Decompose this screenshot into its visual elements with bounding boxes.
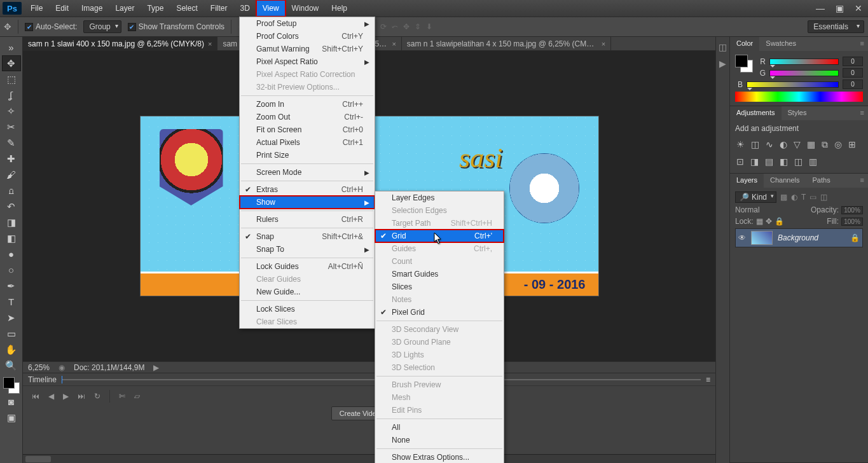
panel-menu-icon[interactable]: ≡ [857, 106, 868, 120]
heal-tool[interactable]: ✚ [2, 151, 21, 167]
g-slider[interactable] [769, 70, 839, 76]
visibility-icon[interactable]: 👁 [738, 233, 746, 242]
close-icon[interactable]: × [392, 40, 396, 48]
close-icon[interactable]: × [602, 40, 605, 48]
tab-styles[interactable]: Styles [782, 106, 813, 120]
posterize-icon[interactable]: ▤ [765, 156, 773, 167]
auto-select-checkbox[interactable]: ✔Auto-Select: [25, 22, 77, 31]
zoom-level[interactable]: 6,25% [28, 363, 50, 372]
mi-actual[interactable]: Actual PixelsCtrl+1 [240, 136, 375, 149]
maximize-button[interactable]: ▣ [830, 0, 849, 17]
mi-fit[interactable]: Fit on ScreenCtrl+0 [240, 123, 375, 136]
move-tool[interactable]: ✥ [2, 55, 21, 71]
menu-window[interactable]: Window [286, 0, 326, 17]
mi-none[interactable]: None [375, 434, 504, 446]
mi-extras[interactable]: ✔ExtrasCtrl+H [240, 183, 375, 196]
panel-menu-icon[interactable]: ≡ [857, 174, 868, 188]
loop-icon[interactable]: ↻ [94, 392, 100, 401]
fill-input[interactable] [841, 218, 863, 226]
mi-all[interactable]: All [375, 421, 504, 434]
filter-smart-icon[interactable]: ◫ [820, 193, 827, 202]
mi-show[interactable]: Show▶ [240, 196, 375, 209]
mi-print-size[interactable]: Print Size [240, 149, 375, 162]
menu-3d[interactable]: 3D [233, 0, 256, 17]
eraser-tool[interactable]: ◨ [2, 214, 21, 230]
status-arrow-icon[interactable]: ▶ [153, 363, 159, 372]
minimize-button[interactable]: — [811, 0, 830, 17]
close-button[interactable]: ✕ [849, 0, 868, 17]
mi-layer-edges[interactable]: Layer Edges [375, 191, 504, 204]
mi-snap-to[interactable]: Snap To▶ [240, 243, 375, 256]
filter-shape-icon[interactable]: ▭ [809, 193, 816, 202]
dodge-tool[interactable]: ○ [2, 262, 21, 278]
show-transform-checkbox[interactable]: ✔Show Transform Controls [128, 22, 224, 31]
color-panel-swatch[interactable] [735, 55, 753, 73]
adjustment-icons[interactable]: ☀◫∿◐▽ ▦⧉◎⊞⊡ ◨▤◧◫▥ [735, 137, 863, 169]
marquee-tool[interactable]: ⬚ [2, 71, 21, 87]
workspace-select[interactable]: Essentials [808, 20, 864, 33]
timeline-menu-icon[interactable]: ≡ [706, 375, 710, 384]
expand-toolbox-icon[interactable]: » [2, 39, 21, 55]
filter-adj-icon[interactable]: ◐ [791, 193, 797, 202]
mi-grid[interactable]: ✔GridCtrl+' [375, 230, 504, 242]
history-brush-tool[interactable]: ↶ [2, 198, 21, 214]
mi-screen-mode[interactable]: Screen Mode▶ [240, 166, 375, 179]
mi-smart-guides[interactable]: Smart Guides [375, 268, 504, 280]
color-spectrum[interactable] [735, 92, 863, 102]
mi-lock-slices[interactable]: Lock Slices [240, 303, 375, 315]
invert-icon[interactable]: ◨ [750, 156, 759, 167]
pen-tool[interactable]: ✒ [2, 278, 21, 294]
lock-position-icon[interactable]: ✥ [766, 217, 772, 226]
shape-tool[interactable]: ▭ [2, 326, 21, 342]
tab-adjustments[interactable]: Adjustments [730, 106, 782, 120]
vibrance-icon[interactable]: ▽ [794, 139, 801, 150]
map-icon[interactable]: ◫ [794, 156, 803, 167]
r-slider[interactable] [769, 59, 839, 65]
tab-swatches[interactable]: Swatches [759, 37, 803, 51]
hand-tool[interactable]: ✋ [2, 342, 21, 357]
wand-tool[interactable]: ✧ [2, 103, 21, 119]
mixer-icon[interactable]: ⊞ [848, 139, 856, 150]
auto-select-mode[interactable]: Group [83, 20, 121, 33]
b-slider[interactable] [747, 81, 839, 88]
path-select-tool[interactable]: ➤ [2, 310, 21, 326]
history-panel-icon[interactable]: ◫ [719, 42, 727, 52]
tab-layers[interactable]: Layers [730, 174, 764, 188]
mi-proof-setup[interactable]: Proof Setup▶ [240, 17, 375, 30]
mi-gamut[interactable]: Gamut WarningShift+Ctrl+Y [240, 43, 375, 55]
lock-pixels-icon[interactable]: ▦ [756, 217, 763, 226]
levels-icon[interactable]: ◫ [751, 139, 759, 150]
panel-menu-icon[interactable]: ≡ [857, 37, 868, 51]
menu-type[interactable]: Type [141, 0, 170, 17]
close-icon[interactable]: × [208, 40, 212, 48]
menu-layer[interactable]: Layer [109, 0, 141, 17]
layer-background[interactable]: 👁 Background 🔒 [735, 228, 863, 247]
doc-tab-1[interactable]: sam n 1 slawi 400 x 150 ma.jpg @ 6,25% (… [23, 37, 217, 50]
type-tool[interactable]: T [2, 294, 21, 310]
h-scrollbar[interactable] [23, 454, 715, 463]
prev-frame-icon[interactable]: ◀ [48, 392, 54, 401]
mi-zoom-in[interactable]: Zoom InCtrl++ [240, 98, 375, 111]
eyedropper-tool[interactable]: ✎ [2, 135, 21, 151]
mi-rulers[interactable]: RulersCtrl+R [240, 213, 375, 226]
photo-filter-icon[interactable]: ◎ [834, 139, 842, 150]
threshold-icon[interactable]: ◧ [780, 156, 788, 167]
filter-type-icon[interactable]: T [801, 193, 806, 202]
first-frame-icon[interactable]: ⏮ [32, 392, 39, 401]
lasso-tool[interactable]: ʆ [2, 87, 21, 103]
tab-paths[interactable]: Paths [806, 174, 837, 188]
quickmask-tool[interactable]: ◙ [2, 394, 21, 410]
tab-color[interactable]: Color [730, 37, 759, 51]
gradient-tool[interactable]: ◧ [2, 230, 21, 246]
filter-kind[interactable]: 🔎Kind [735, 191, 776, 203]
hue-icon[interactable]: ▦ [807, 139, 815, 150]
mi-proof-colors[interactable]: Proof ColorsCtrl+Y [240, 30, 375, 43]
exposure-icon[interactable]: ◐ [780, 139, 787, 150]
menu-view[interactable]: View [256, 0, 286, 17]
blend-mode[interactable]: Normal [735, 205, 808, 214]
filter-pixel-icon[interactable]: ▩ [780, 193, 787, 202]
doc-tab-3[interactable]: sam n 1 slawipelatihan 4 x 150 ma.jpg @ … [402, 37, 611, 50]
mi-extras-options[interactable]: Show Extras Options... [375, 451, 504, 463]
g-input[interactable] [843, 68, 863, 78]
zoom-tool[interactable]: 🔍 [2, 357, 21, 373]
